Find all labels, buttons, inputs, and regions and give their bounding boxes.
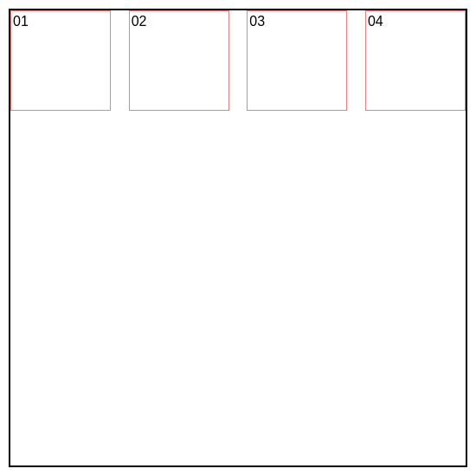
grid-box: 01 [10, 10, 111, 111]
grid-container: 01 02 03 04 [9, 9, 467, 467]
box-label: 04 [368, 14, 383, 29]
box-label: 03 [249, 14, 265, 29]
grid-box: 03 [247, 10, 347, 111]
box-label: 01 [13, 14, 29, 29]
grid-box: 02 [129, 10, 229, 111]
grid-box: 04 [365, 10, 466, 111]
box-label: 02 [132, 14, 147, 29]
